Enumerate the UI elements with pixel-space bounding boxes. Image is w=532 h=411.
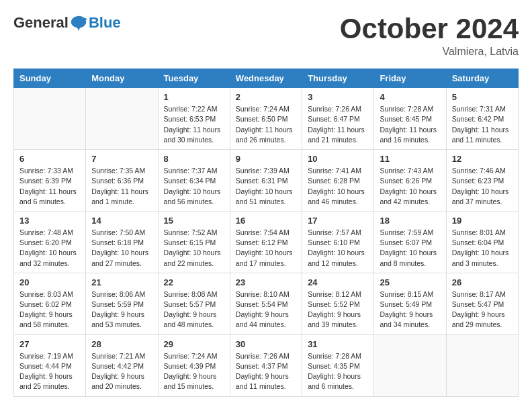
day-info: Sunrise: 8:10 AM Sunset: 5:54 PM Dayligh… <box>236 289 296 330</box>
day-info: Sunrise: 7:37 AM Sunset: 6:34 PM Dayligh… <box>164 166 224 207</box>
day-number: 1 <box>164 92 224 102</box>
day-number: 7 <box>91 154 152 164</box>
calendar-cell: 14Sunrise: 7:50 AM Sunset: 6:18 PM Dayli… <box>86 211 158 273</box>
calendar-cell: 29Sunrise: 7:24 AM Sunset: 4:39 PM Dayli… <box>158 334 230 396</box>
day-info: Sunrise: 7:48 AM Sunset: 6:20 PM Dayligh… <box>19 228 80 269</box>
day-number: 8 <box>164 154 224 164</box>
weekday-label: Wednesday <box>230 69 302 88</box>
day-number: 4 <box>380 92 440 102</box>
week-row: 6Sunrise: 7:33 AM Sunset: 6:39 PM Daylig… <box>14 150 519 212</box>
day-info: Sunrise: 7:21 AM Sunset: 4:42 PM Dayligh… <box>91 351 152 392</box>
calendar-cell: 17Sunrise: 7:57 AM Sunset: 6:10 PM Dayli… <box>302 211 374 273</box>
calendar-cell: 30Sunrise: 7:26 AM Sunset: 4:37 PM Dayli… <box>230 334 302 396</box>
calendar-cell: 16Sunrise: 7:54 AM Sunset: 6:12 PM Dayli… <box>230 211 302 273</box>
day-info: Sunrise: 8:06 AM Sunset: 5:59 PM Dayligh… <box>91 289 152 330</box>
day-number: 26 <box>452 277 513 287</box>
week-row: 1Sunrise: 7:22 AM Sunset: 6:53 PM Daylig… <box>14 88 519 150</box>
day-info: Sunrise: 8:17 AM Sunset: 5:47 PM Dayligh… <box>452 289 513 330</box>
day-number: 10 <box>308 154 368 164</box>
day-info: Sunrise: 7:26 AM Sunset: 6:47 PM Dayligh… <box>308 104 368 145</box>
logo-bird-icon <box>70 13 89 32</box>
day-number: 2 <box>236 92 296 102</box>
calendar-table: SundayMondayTuesdayWednesdayThursdayFrid… <box>13 68 519 396</box>
calendar-body: 1Sunrise: 7:22 AM Sunset: 6:53 PM Daylig… <box>14 88 519 396</box>
calendar-cell: 8Sunrise: 7:37 AM Sunset: 6:34 PM Daylig… <box>158 150 230 212</box>
weekday-label: Monday <box>86 69 158 88</box>
day-number: 29 <box>164 339 224 349</box>
calendar-cell: 24Sunrise: 8:12 AM Sunset: 5:52 PM Dayli… <box>302 273 374 334</box>
day-info: Sunrise: 8:08 AM Sunset: 5:57 PM Dayligh… <box>164 289 224 330</box>
calendar-cell: 1Sunrise: 7:22 AM Sunset: 6:53 PM Daylig… <box>158 88 230 150</box>
calendar-cell: 20Sunrise: 8:03 AM Sunset: 6:02 PM Dayli… <box>14 273 86 334</box>
day-info: Sunrise: 7:46 AM Sunset: 6:23 PM Dayligh… <box>452 166 513 207</box>
location: Valmiera, Latvia <box>340 46 519 58</box>
day-info: Sunrise: 7:54 AM Sunset: 6:12 PM Dayligh… <box>236 228 296 269</box>
logo-blue: Blue <box>89 14 121 32</box>
day-info: Sunrise: 7:28 AM Sunset: 6:45 PM Dayligh… <box>380 104 440 145</box>
title-section: October 2024 Valmiera, Latvia <box>340 13 519 58</box>
day-number: 13 <box>19 216 80 226</box>
calendar-cell: 3Sunrise: 7:26 AM Sunset: 6:47 PM Daylig… <box>302 88 374 150</box>
calendar-cell: 11Sunrise: 7:43 AM Sunset: 6:26 PM Dayli… <box>374 150 446 212</box>
day-info: Sunrise: 7:39 AM Sunset: 6:31 PM Dayligh… <box>236 166 296 207</box>
day-number: 19 <box>452 216 513 226</box>
calendar-cell: 15Sunrise: 7:52 AM Sunset: 6:15 PM Dayli… <box>158 211 230 273</box>
calendar-cell: 22Sunrise: 8:08 AM Sunset: 5:57 PM Dayli… <box>158 273 230 334</box>
day-number: 12 <box>452 154 513 164</box>
day-number: 30 <box>236 339 296 349</box>
day-info: Sunrise: 7:43 AM Sunset: 6:26 PM Dayligh… <box>380 166 440 207</box>
day-number: 14 <box>91 216 152 226</box>
calendar-cell: 26Sunrise: 8:17 AM Sunset: 5:47 PM Dayli… <box>446 273 518 334</box>
week-row: 20Sunrise: 8:03 AM Sunset: 6:02 PM Dayli… <box>14 273 519 334</box>
calendar-cell <box>446 334 518 396</box>
weekday-label: Saturday <box>446 69 518 88</box>
page-header: General Blue October 2024 Valmiera, Latv… <box>13 13 519 58</box>
weekday-label: Tuesday <box>158 69 230 88</box>
calendar-cell: 2Sunrise: 7:24 AM Sunset: 6:50 PM Daylig… <box>230 88 302 150</box>
calendar-cell <box>86 88 158 150</box>
month-title: October 2024 <box>340 13 519 44</box>
day-info: Sunrise: 8:15 AM Sunset: 5:49 PM Dayligh… <box>380 289 440 330</box>
day-info: Sunrise: 8:12 AM Sunset: 5:52 PM Dayligh… <box>308 289 368 330</box>
calendar-cell: 5Sunrise: 7:31 AM Sunset: 6:42 PM Daylig… <box>446 88 518 150</box>
day-number: 16 <box>236 216 296 226</box>
day-number: 15 <box>164 216 224 226</box>
day-info: Sunrise: 7:50 AM Sunset: 6:18 PM Dayligh… <box>91 228 152 269</box>
week-row: 13Sunrise: 7:48 AM Sunset: 6:20 PM Dayli… <box>14 211 519 273</box>
calendar-cell: 7Sunrise: 7:35 AM Sunset: 6:36 PM Daylig… <box>86 150 158 212</box>
day-info: Sunrise: 7:59 AM Sunset: 6:07 PM Dayligh… <box>380 228 440 269</box>
weekday-label: Friday <box>374 69 446 88</box>
day-info: Sunrise: 7:26 AM Sunset: 4:37 PM Dayligh… <box>236 351 296 392</box>
calendar-cell: 13Sunrise: 7:48 AM Sunset: 6:20 PM Dayli… <box>14 211 86 273</box>
calendar-cell: 28Sunrise: 7:21 AM Sunset: 4:42 PM Dayli… <box>86 334 158 396</box>
day-number: 3 <box>308 92 368 102</box>
day-info: Sunrise: 8:03 AM Sunset: 6:02 PM Dayligh… <box>19 289 80 330</box>
day-info: Sunrise: 7:41 AM Sunset: 6:28 PM Dayligh… <box>308 166 368 207</box>
day-number: 17 <box>308 216 368 226</box>
day-number: 22 <box>164 277 224 287</box>
day-info: Sunrise: 7:28 AM Sunset: 4:35 PM Dayligh… <box>308 351 368 392</box>
day-info: Sunrise: 7:35 AM Sunset: 6:36 PM Dayligh… <box>91 166 152 207</box>
day-info: Sunrise: 7:24 AM Sunset: 6:50 PM Dayligh… <box>236 104 296 145</box>
calendar-cell: 21Sunrise: 8:06 AM Sunset: 5:59 PM Dayli… <box>86 273 158 334</box>
day-info: Sunrise: 7:24 AM Sunset: 4:39 PM Dayligh… <box>164 351 224 392</box>
calendar-cell: 6Sunrise: 7:33 AM Sunset: 6:39 PM Daylig… <box>14 150 86 212</box>
calendar-cell: 9Sunrise: 7:39 AM Sunset: 6:31 PM Daylig… <box>230 150 302 212</box>
day-number: 23 <box>236 277 296 287</box>
week-row: 27Sunrise: 7:19 AM Sunset: 4:44 PM Dayli… <box>14 334 519 396</box>
day-number: 24 <box>308 277 368 287</box>
weekday-header-row: SundayMondayTuesdayWednesdayThursdayFrid… <box>14 69 519 88</box>
day-number: 9 <box>236 154 296 164</box>
day-number: 28 <box>91 339 152 349</box>
day-info: Sunrise: 7:31 AM Sunset: 6:42 PM Dayligh… <box>452 104 513 145</box>
calendar-cell: 12Sunrise: 7:46 AM Sunset: 6:23 PM Dayli… <box>446 150 518 212</box>
day-number: 31 <box>308 339 368 349</box>
day-info: Sunrise: 7:33 AM Sunset: 6:39 PM Dayligh… <box>19 166 80 207</box>
day-info: Sunrise: 7:52 AM Sunset: 6:15 PM Dayligh… <box>164 228 224 269</box>
day-number: 25 <box>380 277 440 287</box>
day-number: 27 <box>19 339 80 349</box>
day-number: 20 <box>19 277 80 287</box>
calendar-cell: 31Sunrise: 7:28 AM Sunset: 4:35 PM Dayli… <box>302 334 374 396</box>
day-info: Sunrise: 8:01 AM Sunset: 6:04 PM Dayligh… <box>452 228 513 269</box>
day-number: 5 <box>452 92 513 102</box>
